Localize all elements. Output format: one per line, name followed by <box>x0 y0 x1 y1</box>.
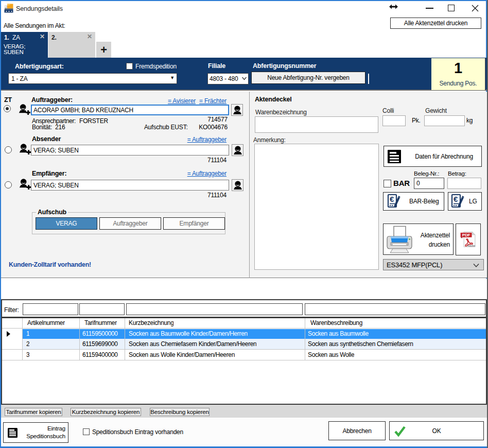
svg-text:PDF: PDF <box>462 233 470 237</box>
svg-text:€: € <box>454 195 458 203</box>
svg-text:€: € <box>390 195 394 203</box>
svg-text:Adobe: Adobe <box>467 244 475 247</box>
